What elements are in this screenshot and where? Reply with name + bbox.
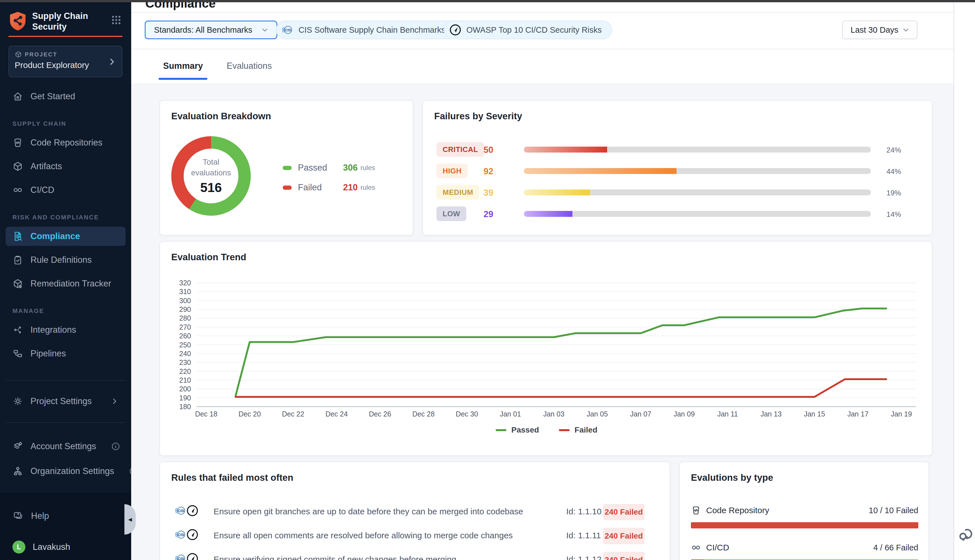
- sidebar-item-remediation-tracker[interactable]: Remediation Tracker: [6, 274, 125, 293]
- sidebar-item-get-started[interactable]: Get Started: [6, 87, 125, 106]
- cis-logo-icon: CIS: [174, 528, 187, 541]
- severity-percent: 19%: [887, 188, 901, 197]
- chevron-right-icon: [107, 57, 117, 67]
- sidebar-item-organization-settings[interactable]: Organization Settings: [6, 462, 125, 481]
- app-title: Supply Chain Security: [32, 11, 110, 32]
- benchmark-chip-owasp[interactable]: OWASP Top 10 CI/CD Security Risks: [444, 21, 612, 39]
- benchmark-chip-cis[interactable]: CISCIS Software Supply Chain Benchmarks …: [276, 21, 469, 39]
- owasp-logo-icon: [186, 528, 199, 541]
- clipboard-icon: [12, 255, 23, 265]
- info-icon[interactable]: [129, 467, 131, 476]
- card-title: Evaluation Trend: [171, 252, 246, 263]
- project-selector[interactable]: PROJECT Product Exploratory: [8, 46, 122, 77]
- severity-badge: HIGH: [436, 163, 468, 178]
- sidebar-item-label: Help: [31, 511, 49, 521]
- rule-text: Ensure all open comments are resolved be…: [214, 531, 513, 540]
- standards-filter-select[interactable]: Standards: All Benchmarks: [145, 21, 277, 39]
- severity-percent: 24%: [887, 146, 901, 155]
- legend-swatch: [283, 166, 292, 170]
- type-result-bar: [691, 522, 918, 528]
- project-name: Product Exploratory: [15, 60, 116, 70]
- severity-count: 92: [484, 167, 493, 177]
- evaluation-breakdown-card: Evaluation Breakdown Totalevaluations 51…: [159, 100, 413, 235]
- chart-legend-passed: Passed: [496, 425, 539, 435]
- svg-text:Jan 05: Jan 05: [586, 410, 608, 418]
- chat-launcher-icon[interactable]: [957, 525, 975, 543]
- sidebar-section-supply-chain: SUPPLY CHAIN: [12, 117, 119, 130]
- sidebar-item-help[interactable]: Help: [6, 507, 125, 526]
- evaluation-type-row-code-repository: Code Repository 10 / 10 Failed: [691, 502, 918, 528]
- layers-gear-icon: [12, 441, 23, 452]
- severity-count: 29: [484, 209, 493, 219]
- app-grid-icon[interactable]: [110, 13, 123, 27]
- sidebar-item-integrations[interactable]: Integrations: [6, 320, 125, 340]
- sidebar-item-label: Compliance: [30, 231, 80, 242]
- failed-rule-row[interactable]: CIS Ensure open git branches are up to d…: [160, 502, 671, 522]
- svg-text:CIS: CIS: [285, 28, 291, 32]
- user-name: Lavakush: [33, 542, 70, 552]
- rule-text: Ensure open git branches are up to date …: [214, 507, 523, 516]
- sidebar-item-account-settings[interactable]: Account Settings: [6, 437, 125, 456]
- svg-text:Jan 03: Jan 03: [543, 410, 564, 418]
- app-title-line2: Security: [32, 22, 110, 32]
- tab-evaluations[interactable]: Evaluations: [222, 49, 276, 83]
- svg-text:300: 300: [179, 297, 191, 305]
- legend-unit: rules: [361, 164, 375, 172]
- org-hierarchy-gear-icon: [12, 466, 23, 477]
- cube-icon: [15, 51, 22, 58]
- svg-text:Dec 18: Dec 18: [195, 410, 217, 418]
- user-menu[interactable]: L Lavakush: [6, 537, 125, 557]
- svg-text:240: 240: [179, 350, 191, 358]
- legend-value: 210: [343, 182, 358, 193]
- cis-logo-icon: CIS: [174, 504, 187, 517]
- evaluations-by-type-card: Evalutions by type Code Repository 10 / …: [679, 462, 929, 560]
- rule-failed-badge: 240 Failed: [603, 504, 644, 520]
- rule-id: Id: 1.1.12: [566, 555, 601, 560]
- svg-text:210: 210: [179, 376, 191, 384]
- gear-icon: [12, 396, 23, 407]
- failed-rule-row[interactable]: CIS Ensure verifying signed commits of n…: [160, 550, 671, 560]
- date-range-select[interactable]: Last 30 Days: [842, 21, 917, 39]
- sidebar-item-pipelines[interactable]: Pipelines: [6, 344, 125, 363]
- severity-count: 39: [484, 188, 493, 198]
- chip-label: CIS Software Supply Chain Benchmarks 1.0: [299, 25, 459, 35]
- legend-label: Failed: [298, 182, 343, 193]
- scrollbar-track[interactable]: [953, 2, 975, 560]
- info-icon[interactable]: [111, 442, 120, 451]
- rule-benchmark-icons: CIS: [174, 504, 199, 517]
- svg-text:200: 200: [179, 385, 191, 393]
- svg-text:Jan 11: Jan 11: [717, 410, 738, 418]
- svg-text:Dec 24: Dec 24: [325, 410, 347, 418]
- info-icon: [129, 467, 131, 476]
- standards-filter-value: Standards: All Benchmarks: [154, 25, 252, 35]
- severity-badge: MEDIUM: [436, 185, 479, 200]
- sidebar-item-code-repositories[interactable]: Code Repositories: [6, 133, 125, 152]
- sidebar-item-ci-cd[interactable]: CI/CD: [6, 180, 125, 200]
- sidebar-item-rule-definitions[interactable]: Rule Definitions: [6, 250, 125, 270]
- date-range-value: Last 30 Days: [851, 25, 898, 35]
- failed-rule-row[interactable]: CIS Ensure all open comments are resolve…: [160, 527, 671, 546]
- cis-logo-icon: CIS: [281, 23, 294, 37]
- severity-percent: 44%: [887, 167, 901, 176]
- remediation-icon: [12, 278, 23, 289]
- severity-percent: 14%: [887, 210, 901, 219]
- sidebar-item-compliance[interactable]: Compliance: [6, 227, 125, 246]
- sidebar-item-label: Remediation Tracker: [30, 278, 111, 289]
- severity-bar: [524, 168, 871, 174]
- owasp-logo-icon: [449, 23, 462, 37]
- svg-text:310: 310: [179, 288, 191, 295]
- sidebar: Supply Chain Security PROJECT Product Ex…: [0, 2, 131, 560]
- sidebar-item-project-settings[interactable]: Project Settings: [6, 392, 125, 411]
- app-title-line1: Supply Chain: [32, 11, 110, 22]
- tab-summary[interactable]: Summary: [159, 49, 207, 83]
- sidebar-item-artifacts[interactable]: Artifacts: [6, 157, 125, 176]
- svg-text:320: 320: [179, 279, 191, 287]
- legend-label: Passed: [298, 163, 343, 173]
- pipelines-icon: [12, 348, 23, 359]
- svg-text:Dec 26: Dec 26: [369, 410, 391, 418]
- type-label: CI/CD: [706, 543, 868, 552]
- shield-logo-icon: [8, 11, 27, 32]
- card-title: Evaluation Breakdown: [171, 111, 271, 122]
- breakdown-legend-passed: Passed 306 rules: [283, 163, 404, 173]
- sidebar-item-label: Integrations: [30, 325, 76, 335]
